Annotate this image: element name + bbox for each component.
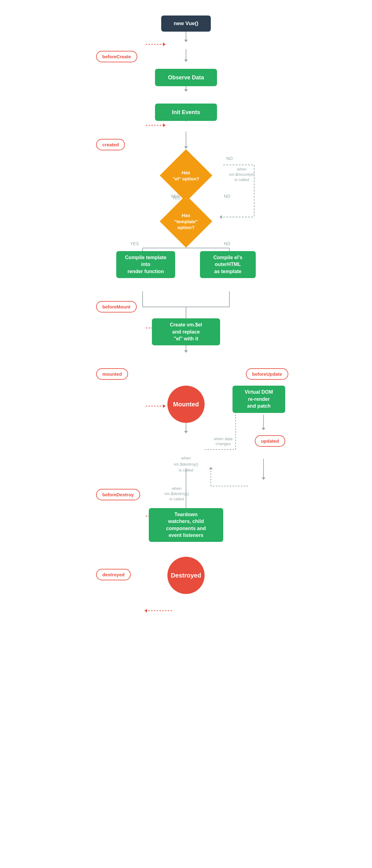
virtual-dom-node: Virtual DOM re-render and patch xyxy=(232,385,285,413)
updated-hook: updated xyxy=(255,435,285,447)
svg-text:when: when xyxy=(237,167,246,172)
destroyed-circle: Destroyed xyxy=(167,557,205,594)
create-vmel-wrapper: Create vm.$el and replace "el" with it xyxy=(152,318,220,345)
has-template-label: Has"template"option? xyxy=(169,212,203,230)
before-destroy-row: beforeDestroy xyxy=(81,481,291,497)
before-update-label: beforeUpdate xyxy=(252,371,282,377)
svg-marker-34 xyxy=(184,350,188,353)
vue-lifecycle-diagram: NO when vm.$mount(el) is called YES NO xyxy=(81,6,291,610)
mounted-circle-label: Mounted xyxy=(173,401,199,408)
svg-text:vm.$mount(el): vm.$mount(el) xyxy=(229,172,254,177)
compile-template-label: Compile template into render function xyxy=(121,254,170,275)
before-create-label: beforeCreate xyxy=(102,54,131,59)
yes-label-el-text: YES xyxy=(172,195,181,200)
svg-text:is called: is called xyxy=(235,177,249,182)
mounted-circle-row: Mounted Virtual DOM re-render and patch … xyxy=(81,385,291,447)
before-create-hook: beforeCreate xyxy=(96,51,137,62)
destroy-called-text: whenvm.$destroy()is called xyxy=(174,455,198,473)
destroyed-label: destroyed xyxy=(102,572,125,577)
no-label-template: NO xyxy=(224,241,230,246)
destroyed-hook-wrapper: destroyed xyxy=(96,569,131,580)
svg-marker-1 xyxy=(184,40,188,42)
created-label: created xyxy=(102,142,119,147)
svg-marker-60 xyxy=(145,609,147,613)
created-hook: created xyxy=(96,139,125,150)
new-vue-node-wrapper: new Vue() xyxy=(161,16,211,32)
mounted-circle-wrapper: Mounted xyxy=(167,385,205,423)
create-vmel-label: Create vm.$el and replace "el" with it xyxy=(170,321,202,342)
compile-el-node: Compile el's outerHTML as template xyxy=(200,251,256,278)
branch-boxes: Compile template into render function Co… xyxy=(81,251,291,278)
before-destroy-label: beforeDestroy xyxy=(102,492,134,497)
svg-text:is called: is called xyxy=(169,497,184,501)
teardown-wrapper: Teardown watchers, child components and … xyxy=(149,508,223,542)
before-mount-row: beforeMount xyxy=(81,293,291,309)
observe-data-label: Observe Data xyxy=(168,74,204,81)
svg-text:NO: NO xyxy=(226,156,233,161)
svg-marker-70 xyxy=(261,477,266,480)
has-el-wrapper: Has"el" option? xyxy=(167,157,205,194)
init-events-node: Init Events xyxy=(155,103,217,121)
updated-label: updated xyxy=(261,438,279,444)
compile-template-node: Compile template into render function xyxy=(116,251,175,278)
svg-marker-52 xyxy=(163,123,165,127)
has-template-wrapper: Has"template"option? xyxy=(167,203,205,240)
updated-hook-wrapper: updated xyxy=(255,435,285,447)
teardown-label: Teardown watchers, child components and … xyxy=(166,511,206,539)
before-destroy-hook: beforeDestroy xyxy=(96,489,140,500)
before-mount-hook: beforeMount xyxy=(96,301,137,312)
before-update-hook: beforeUpdate xyxy=(246,368,288,380)
destroy-called-label: whenvm.$destroy()is called xyxy=(174,456,198,472)
virtual-dom-label: Virtual DOM re-render and patch xyxy=(245,389,273,409)
observe-data-node: Observe Data xyxy=(155,69,217,86)
destroyed-hook: destroyed xyxy=(96,569,131,580)
before-mount-label: beforeMount xyxy=(102,304,130,309)
before-create-row: beforeCreate xyxy=(81,43,291,59)
destroyed-circle-label: Destroyed xyxy=(171,572,201,579)
init-events-label: Init Events xyxy=(172,109,200,116)
has-el-diamond: Has"el" option? xyxy=(160,149,212,202)
mounted-label: mounted xyxy=(102,371,122,377)
mounted-circle: Mounted xyxy=(167,385,205,423)
yes-label-template: YES xyxy=(130,241,139,246)
new-vue-label: new Vue() xyxy=(174,21,198,27)
created-row: created xyxy=(81,131,291,147)
observe-data-wrapper: Observe Data xyxy=(155,69,217,86)
teardown-node: Teardown watchers, child components and … xyxy=(149,508,223,542)
svg-marker-19 xyxy=(219,215,222,219)
destroyed-circle-wrapper: Destroyed xyxy=(167,557,205,594)
mounted-row: mounted beforeUpdate xyxy=(81,360,291,376)
init-events-wrapper: Init Events xyxy=(155,103,217,121)
svg-marker-5 xyxy=(184,89,188,92)
svg-marker-73 xyxy=(209,467,213,469)
svg-marker-3 xyxy=(184,60,188,62)
new-vue-node: new Vue() xyxy=(161,16,211,32)
has-template-diamond: Has"template"option? xyxy=(160,195,212,248)
has-el-label: Has"el" option? xyxy=(169,169,203,182)
destroyed-row: Destroyed destroyed xyxy=(81,557,291,597)
compile-el-label: Compile el's outerHTML as template xyxy=(213,254,242,275)
virtual-dom-wrapper: Virtual DOM re-render and patch xyxy=(232,385,285,413)
create-vmel-node: Create vm.$el and replace "el" with it xyxy=(152,318,220,345)
mounted-hook: mounted xyxy=(96,368,128,380)
